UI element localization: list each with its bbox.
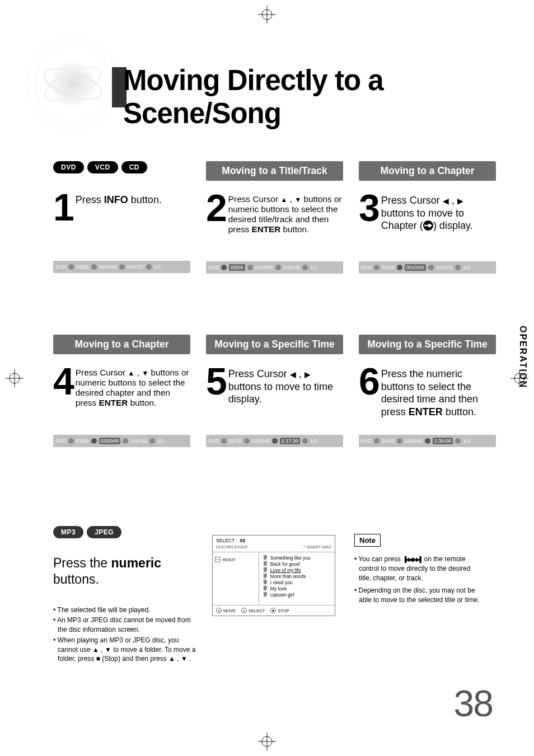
dpad-icon: ✦ <box>216 608 222 613</box>
sub-icon <box>455 438 461 444</box>
step-header: Moving to a Title/Track <box>206 161 343 181</box>
strip-chapter: 001/040 <box>99 264 118 270</box>
note-list: You can press ▐◀◀ ▶▶▌ on the remote cont… <box>354 555 481 605</box>
sub-icon <box>455 265 461 270</box>
music-note-icon <box>263 586 268 591</box>
page-title-row: Moving Directly to a Scene/Song <box>112 62 506 112</box>
track-item: More than words <box>263 574 331 579</box>
time-icon <box>123 438 128 444</box>
chapter-strip-icon <box>91 438 97 444</box>
status-strip-1: DVD 01/05 001/040 0:00:37 1/1 <box>53 261 190 273</box>
time-icon <box>119 264 125 270</box>
sub-icon <box>302 438 308 444</box>
strip-label: DVD <box>55 264 66 270</box>
note-item: Depending on the disc, you may not be ab… <box>354 586 481 605</box>
pill-mp3: MP3 <box>53 526 83 538</box>
step-text: Press Cursor , buttons to move to Chapte… <box>381 191 496 232</box>
section-tab: OPERATION <box>512 318 534 396</box>
title-icon <box>221 438 227 444</box>
file-type-pills: MP3 JPEG <box>53 526 199 538</box>
step-cell-6: Moving to a Specific Time 6 Press the nu… <box>359 335 496 491</box>
step-header: Moving to a Chapter <box>53 335 190 354</box>
step-text: Press Cursor , buttons or numeric button… <box>228 191 343 234</box>
title-icon <box>68 438 74 444</box>
status-strip-5: DVD 01/05 025/040 1:17:30 1/1 <box>206 435 343 447</box>
status-strip-4: DVD 01/05 025/040 0:00:01 1/1 <box>53 435 190 447</box>
device-label: DVD RECEIVER <box>216 544 247 550</box>
strip-time: 1:30:00 <box>433 438 453 444</box>
strip-title: 01/05 <box>76 264 89 270</box>
step-cell-2: Moving to a Title/Track 2 Press Cursor ,… <box>206 161 343 318</box>
music-note-icon <box>263 555 268 561</box>
step-3: 3 Press Cursor , buttons to move to Chap… <box>359 191 496 247</box>
music-note-icon <box>263 561 268 567</box>
strip-title: 03/05 <box>229 264 245 271</box>
pill-dvd: DVD <box>53 161 84 173</box>
step-header: Moving to a Chapter <box>359 161 496 181</box>
lower-heading: Press the numeric buttons. <box>53 555 199 588</box>
step-number: 1 <box>53 190 72 224</box>
strip-label: DVD <box>361 438 372 444</box>
lower-bullet: When playing an MP3 or JPEG disc, you ca… <box>53 636 199 664</box>
chapter-strip-icon <box>397 438 402 444</box>
chapter-strip-icon <box>244 438 250 444</box>
note-label: Note <box>354 534 381 547</box>
lower-left-col: MP3 JPEG Press the numeric buttons. The … <box>53 526 199 665</box>
step-text: Press the numeric buttons to select the … <box>381 364 496 418</box>
lower-bullets: The selected file will be played. An MP3… <box>53 605 199 664</box>
step-number: 6 <box>359 364 378 398</box>
track-item: Something like you <box>263 555 331 561</box>
music-note-icon <box>263 592 268 598</box>
screen-footer: ✦MOVE ↵SELECT ■STOP <box>213 605 335 616</box>
title-icon <box>374 265 380 270</box>
strip-title: 01/05 <box>229 438 242 444</box>
step-text: Press Cursor , buttons to move to time d… <box>228 364 343 406</box>
step-number: 5 <box>206 364 225 398</box>
strip-chapter: 028/040 <box>405 438 423 444</box>
time-icon <box>425 438 430 444</box>
strip-label: DVD <box>55 438 66 444</box>
strip-time: 1:17:30 <box>280 438 300 444</box>
strip-chapter: 001/002 <box>255 265 274 270</box>
music-note-icon <box>263 580 268 585</box>
strip-sub: 1/1 <box>310 438 317 444</box>
pill-cd: CD <box>121 161 147 173</box>
mode-label: * SMART NAVI <box>303 544 331 550</box>
step-text: Press INFO button. <box>76 190 162 206</box>
step-4: 4 Press Cursor , buttons or numeric butt… <box>53 364 190 420</box>
step-5: 5 Press Cursor , buttons to move to time… <box>206 364 343 420</box>
strip-time: 0:00:01 <box>436 265 453 270</box>
step-cell-4: Moving to a Chapter 4 Press Cursor , but… <box>53 335 190 491</box>
status-strip-6: DVD 01/05 028/040 1:30:00 1/1 <box>359 435 496 447</box>
time-icon <box>428 265 434 270</box>
strip-chapter: 025/040 <box>252 438 270 444</box>
pill-jpeg: JPEG <box>87 526 121 538</box>
chapter-strip-icon <box>247 265 253 270</box>
step-number: 2 <box>206 191 225 225</box>
note-col: Note You can press ▐◀◀ ▶▶▌ on the remote… <box>354 526 481 665</box>
sub-icon <box>146 264 152 270</box>
lower-bullet: An MP3 or JPEG disc cannot be moved from… <box>53 616 199 635</box>
strip-title: 01/05 <box>382 438 395 444</box>
lower-bullet: The selected file will be played. <box>53 605 199 615</box>
enter-icon: ↵ <box>241 608 247 613</box>
sub-icon <box>302 265 308 270</box>
step-1: 1 Press INFO button. <box>53 190 190 246</box>
strip-time: 0:00:37 <box>127 264 144 270</box>
title-icon <box>221 265 227 270</box>
title-icon <box>68 264 74 270</box>
strip-time: 0:00:01 <box>130 438 147 444</box>
step-header: Moving to a Specific Time <box>206 335 343 354</box>
disc-type-pills: DVD VCD CD <box>53 161 190 173</box>
track-list: Something like you Back for good Love of… <box>259 552 335 605</box>
lower-section: MP3 JPEG Press the numeric buttons. The … <box>53 526 481 665</box>
sub-icon <box>149 438 155 444</box>
screen-panel-col: SELECT : 03 DVD RECEIVER * SMART NAVI RO… <box>212 526 341 665</box>
time-icon <box>272 438 278 444</box>
strip-chapter: 001/040 <box>405 264 427 271</box>
strip-sub: 1/1 <box>463 265 470 270</box>
pill-vcd: VCD <box>87 161 118 173</box>
strip-sub: 1/1 <box>154 264 161 270</box>
step-cell-1: DVD VCD CD 1 Press INFO button. DVD 01/0… <box>53 161 190 318</box>
root-node: ROOT <box>215 557 256 562</box>
